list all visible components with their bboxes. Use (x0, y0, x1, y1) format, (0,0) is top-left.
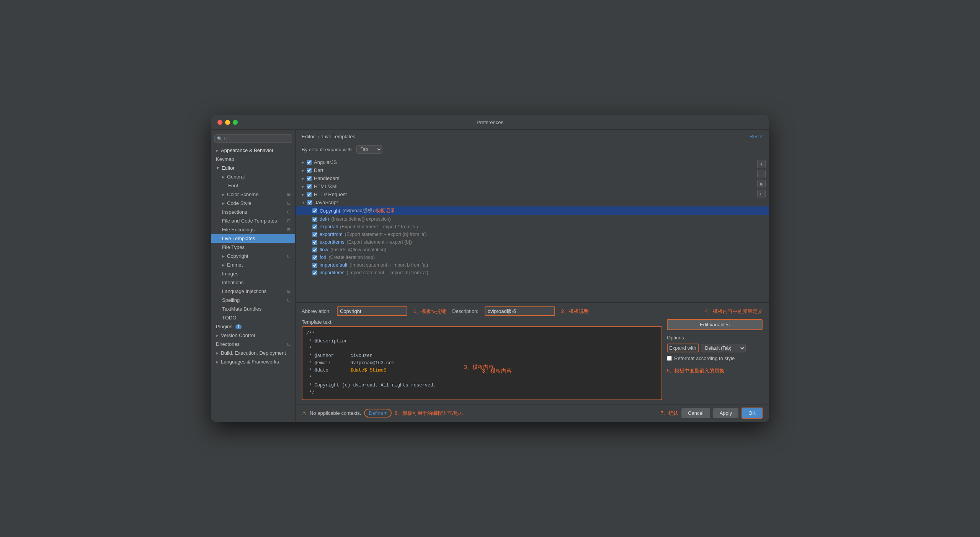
group-checkbox[interactable] (307, 168, 312, 173)
group-checkbox[interactable] (307, 160, 312, 165)
copy-icon: ⊞ (287, 192, 291, 197)
sidebar-item-copyright[interactable]: ▶ Copyright ⊞ (211, 252, 295, 260)
arrow-icon: ▶ (222, 254, 225, 258)
reset-button[interactable]: Reset (750, 134, 763, 139)
panel-toolbar: By default expand with Tab (296, 142, 769, 157)
annotation-4: 4、模板内容中的变量定义 (705, 308, 763, 315)
sidebar-item-version-control[interactable]: ▶ Version Control (211, 331, 295, 340)
maximize-button[interactable] (233, 120, 238, 125)
sidebar-item-general[interactable]: ▶ General (211, 172, 295, 181)
sidebar-item-code-style[interactable]: ▶ Code Style ⊞ (211, 199, 295, 208)
entry-checkbox[interactable] (312, 232, 317, 237)
entry-checkbox[interactable] (312, 270, 317, 275)
template-entry-flow[interactable]: flow (Inserts @flow annotation) (296, 246, 769, 254)
sidebar-item-languages-frameworks[interactable]: ▶ Languages & Frameworks (211, 357, 295, 366)
sidebar-item-emmet[interactable]: ▶ Emmet (211, 260, 295, 269)
template-entry-exportall[interactable]: exportall (Export statement – export * f… (296, 223, 769, 231)
search-input[interactable] (224, 136, 289, 141)
template-group-javascript[interactable]: ▼ JavaScript (296, 198, 769, 206)
entry-checkbox[interactable] (312, 247, 317, 252)
revert-button[interactable]: ↩ (757, 190, 766, 198)
expand-with-select[interactable]: Default (Tab) (701, 344, 746, 352)
group-label: HTML/XML (314, 183, 339, 189)
reformat-label: Reformat according to style (674, 355, 735, 361)
search-box[interactable]: 🔍 (214, 134, 292, 143)
abbreviation-label: Abbreviation: (302, 308, 331, 314)
sidebar-item-keymap[interactable]: Keymap (211, 155, 295, 164)
sidebar-item-file-code-templates[interactable]: File and Code Templates ⊞ (211, 216, 295, 225)
sidebar-item-file-encodings[interactable]: File Encodings ⊞ (211, 225, 295, 234)
copy-icon: ⊞ (287, 218, 291, 223)
sidebar-item-plugins[interactable]: Plugins 1 (211, 322, 295, 331)
group-checkbox[interactable] (307, 176, 312, 181)
entry-abbr: exportall (320, 224, 338, 229)
template-entry-importitems[interactable]: importitems (Import statement – import {… (296, 269, 769, 277)
side-actions: + − ⊞ ↩ (757, 160, 766, 198)
warning-icon: ⚠ (302, 410, 307, 416)
apply-button[interactable]: Apply (713, 408, 739, 418)
copy-template-button[interactable]: ⊞ (757, 180, 766, 188)
reformat-row: Reformat according to style (667, 355, 763, 361)
sidebar-item-appearance[interactable]: ▶ Appearance & Behavior (211, 146, 295, 155)
template-entry-copyright[interactable]: Copyright (dvlproad版权) 模板记录 (296, 206, 769, 215)
sidebar-item-images[interactable]: Images (211, 269, 295, 278)
group-checkbox[interactable] (307, 192, 312, 197)
add-button[interactable]: + (757, 160, 766, 168)
expand-select[interactable]: Tab (356, 145, 382, 154)
expand-with-label: Expand with (667, 344, 699, 352)
template-list: ▶ AngularJS ▶ Dart ▶ Handlebars (296, 157, 769, 302)
entry-checkbox[interactable] (312, 263, 317, 268)
remove-button[interactable]: − (757, 170, 766, 178)
sidebar-item-file-types[interactable]: File Types (211, 243, 295, 252)
group-label: Handlebars (314, 175, 340, 181)
template-group-html-xml[interactable]: ▶ HTML/XML (296, 182, 769, 190)
group-checkbox[interactable] (307, 184, 312, 189)
sidebar-item-color-scheme[interactable]: ▶ Color Scheme ⊞ (211, 190, 295, 199)
entry-checkbox[interactable] (312, 217, 317, 222)
template-group-dart[interactable]: ▶ Dart (296, 166, 769, 174)
cancel-button[interactable]: Cancel (681, 408, 710, 418)
entry-checkbox[interactable] (312, 255, 317, 260)
description-input[interactable] (485, 306, 555, 316)
sidebar-item-todo[interactable]: TODO (211, 313, 295, 322)
sidebar-item-language-injections[interactable]: Language Injections ⊞ (211, 287, 295, 296)
sidebar-item-editor[interactable]: ▼ Editor (211, 164, 295, 172)
close-button[interactable] (217, 120, 222, 125)
breadcrumb: Editor › Live Templates (302, 134, 355, 139)
template-group-http-request[interactable]: ▶ HTTP Request (296, 190, 769, 198)
template-entry-fori[interactable]: fori (Create iteration loop) (296, 254, 769, 261)
template-group-angularjs[interactable]: ▶ AngularJS (296, 158, 769, 166)
group-checkbox[interactable] (307, 200, 312, 205)
entry-abbr: exportitems (320, 239, 345, 245)
template-entry-exportitems[interactable]: exportitems (Export statement – export {… (296, 238, 769, 246)
define-button[interactable]: Define ▾ (364, 409, 392, 417)
abbreviation-input[interactable] (337, 306, 407, 316)
sidebar-item-intentions[interactable]: Intentions (211, 278, 295, 287)
edit-variables-button[interactable]: Edit variables (667, 319, 763, 330)
description-label: Description: (452, 308, 479, 314)
entry-checkbox[interactable] (312, 224, 317, 229)
template-entry-importdefault[interactable]: importdefault (Import statement – import… (296, 261, 769, 269)
entry-checkbox[interactable] (312, 240, 317, 245)
sidebar-item-inspections[interactable]: Inspections ⊞ (211, 208, 295, 216)
ok-button[interactable]: OK (742, 408, 763, 419)
template-entry-defn[interactable]: defn (Inserts define() expression) (296, 215, 769, 223)
reformat-checkbox[interactable] (667, 356, 672, 361)
arrow-icon: ▼ (216, 166, 219, 170)
sidebar-item-textmate-bundles[interactable]: TextMate Bundles (211, 305, 295, 313)
annotation-5: 5、模板中变量输入的切换 (667, 367, 763, 374)
main-content: 🔍 ▶ Appearance & Behavior Keymap ▼ Edito… (211, 130, 769, 422)
template-entry-exportfrom[interactable]: exportfrom (Export statement – export {b… (296, 231, 769, 238)
sidebar-item-build-execution[interactable]: ▶ Build, Execution, Deployment (211, 349, 295, 357)
entry-desc: (Import statement – import b from 'a') (350, 262, 428, 268)
sidebar-item-live-templates[interactable]: Live Templates (211, 234, 295, 243)
sidebar-item-spelling[interactable]: Spelling ⊞ (211, 296, 295, 305)
template-code-box[interactable]: /** * @Description: * * @author ciyouzen… (302, 326, 662, 400)
arrow-icon: ▶ (302, 177, 304, 180)
template-group-handlebars[interactable]: ▶ Handlebars (296, 174, 769, 182)
traffic-lights (217, 120, 238, 125)
sidebar-item-font[interactable]: Font (211, 181, 295, 190)
minimize-button[interactable] (225, 120, 230, 125)
sidebar-item-directories[interactable]: Directories ⊞ (211, 340, 295, 349)
entry-checkbox[interactable] (312, 208, 317, 213)
